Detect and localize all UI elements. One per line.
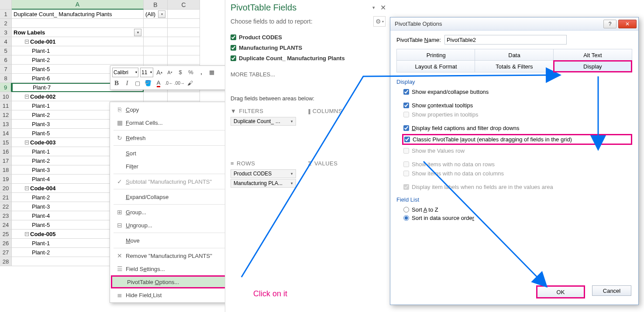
- row-header[interactable]: 28: [0, 257, 12, 266]
- field-checkbox[interactable]: [231, 45, 236, 51]
- cell-c[interactable]: [168, 28, 200, 37]
- increase-decimal-icon[interactable]: .00→: [175, 79, 184, 88]
- row-header[interactable]: 25: [0, 230, 12, 239]
- row-header[interactable]: 2: [0, 19, 12, 28]
- collapse-icon[interactable]: [25, 40, 29, 44]
- radio-sort-source[interactable]: [403, 215, 409, 221]
- row-header[interactable]: 8: [0, 74, 12, 83]
- row-header[interactable]: 9: [0, 83, 12, 92]
- font-name-select[interactable]: Calibri▾: [112, 68, 138, 77]
- row-header[interactable]: 16: [0, 147, 12, 156]
- field-row[interactable]: Duplicate Count_ Manufacturing Plants: [231, 53, 386, 63]
- menu-item[interactable]: Move▶: [111, 234, 234, 247]
- row-header[interactable]: 1: [0, 10, 12, 19]
- row-header[interactable]: 12: [0, 110, 12, 120]
- field-row[interactable]: Manufacturing PLANTS: [231, 42, 386, 53]
- row-header[interactable]: 17: [0, 156, 12, 165]
- field-row[interactable]: Product CODES: [231, 32, 386, 42]
- decrease-decimal-icon[interactable]: .0←: [165, 79, 173, 88]
- more-tables-link[interactable]: MORE TABLES...: [225, 63, 391, 78]
- pane-dropdown-icon[interactable]: ▾: [372, 5, 377, 10]
- menu-item[interactable]: ▦Format Cells...: [111, 116, 234, 129]
- cell-c[interactable]: [168, 37, 200, 46]
- menu-item[interactable]: Sort▶: [111, 147, 234, 160]
- col-header-a[interactable]: A: [12, 0, 144, 10]
- chevron-down-icon[interactable]: ▾: [291, 181, 293, 185]
- tab-printing[interactable]: Printing: [396, 49, 475, 61]
- menu-item[interactable]: PivotTable Options...: [111, 275, 234, 288]
- row-header[interactable]: 26: [0, 239, 12, 248]
- area-item[interactable]: Product CODES▾: [231, 169, 296, 178]
- increase-font-icon[interactable]: A▴: [155, 68, 164, 77]
- dialog-titlebar[interactable]: PivotTable Options ? ✕: [390, 17, 638, 31]
- cell-c[interactable]: [168, 92, 200, 101]
- field-checkbox[interactable]: [231, 55, 236, 61]
- row-header[interactable]: 19: [0, 175, 12, 184]
- cell-b[interactable]: [144, 37, 168, 46]
- row-header[interactable]: 13: [0, 120, 12, 129]
- accounting-format-icon[interactable]: $: [176, 68, 185, 77]
- row-header[interactable]: 5: [0, 46, 12, 55]
- menu-item[interactable]: ✓Subtotal "Manufacturing PLANTS": [111, 175, 234, 188]
- cell-a[interactable]: Row Labels▾: [12, 28, 144, 37]
- cell-a[interactable]: Code-001: [12, 37, 144, 46]
- cell-a[interactable]: [12, 19, 144, 28]
- cell-a[interactable]: Duplicate Count_ Manufacturing Plants: [12, 10, 144, 19]
- fill-color-button[interactable]: 🪣: [144, 79, 152, 88]
- collapse-icon[interactable]: [25, 95, 29, 99]
- chevron-down-icon[interactable]: ▾: [291, 119, 293, 123]
- pane-close-icon[interactable]: ✕: [380, 3, 386, 12]
- tab-layout-format[interactable]: Layout & Format: [396, 60, 475, 72]
- cell-c[interactable]: [168, 19, 200, 28]
- menu-item[interactable]: Filter▶: [111, 160, 234, 173]
- decrease-font-icon[interactable]: A▾: [165, 68, 174, 77]
- row-header[interactable]: 15: [0, 138, 12, 147]
- cell-a[interactable]: Plant-2: [12, 55, 144, 65]
- collapse-icon[interactable]: [25, 186, 29, 190]
- menu-item[interactable]: ⊟Ungroup...: [111, 219, 234, 232]
- row-header[interactable]: 3: [0, 28, 12, 37]
- cell-b[interactable]: [144, 28, 168, 37]
- cell-a[interactable]: Code-002: [12, 92, 144, 101]
- menu-item[interactable]: Expand/Collapse▶: [111, 190, 234, 203]
- menu-item[interactable]: ↻Refresh: [111, 131, 234, 144]
- cell-c[interactable]: [168, 10, 200, 19]
- menu-item[interactable]: ✕Remove "Manufacturing PLANTS": [111, 249, 234, 262]
- row-header[interactable]: 18: [0, 165, 12, 175]
- area-item[interactable]: Duplicate Count_ …▾: [231, 117, 296, 126]
- columns-area[interactable]: |||COLUMNS: [308, 106, 386, 158]
- row-header[interactable]: 23: [0, 211, 12, 220]
- select-all-corner[interactable]: [0, 0, 12, 10]
- row-header[interactable]: 21: [0, 193, 12, 202]
- tab-alttext[interactable]: Alt Text: [553, 49, 632, 61]
- cell-b[interactable]: (All)▾: [144, 10, 168, 19]
- rows-area[interactable]: ≡ROWS Product CODES▾Manufacturing PLA...…: [231, 158, 308, 211]
- percent-format-icon[interactable]: %: [186, 68, 195, 77]
- ok-button[interactable]: OK: [536, 285, 585, 298]
- cell-b[interactable]: [144, 19, 168, 28]
- filter-dropdown-icon[interactable]: ▾: [158, 10, 165, 18]
- row-header[interactable]: 14: [0, 129, 12, 138]
- menu-item[interactable]: ⊞Group...: [111, 206, 234, 219]
- collapse-icon[interactable]: [25, 141, 29, 144]
- menu-item[interactable]: ⎘Copy: [111, 103, 234, 116]
- row-header[interactable]: 6: [0, 55, 12, 65]
- font-size-select[interactable]: 11▾: [140, 68, 153, 77]
- font-color-button[interactable]: A: [154, 79, 163, 88]
- cancel-button[interactable]: Cancel: [592, 285, 631, 296]
- cell-c[interactable]: [168, 46, 200, 55]
- gear-icon[interactable]: ⚙▾: [373, 16, 386, 27]
- chevron-down-icon[interactable]: ▾: [291, 171, 293, 176]
- chk-contextual-tooltips[interactable]: [403, 103, 409, 108]
- row-header[interactable]: 10: [0, 92, 12, 101]
- row-header[interactable]: 22: [0, 202, 12, 211]
- row-header[interactable]: 11: [0, 101, 12, 110]
- menu-item[interactable]: ≣Hide Field List: [111, 288, 234, 302]
- format-menu-icon[interactable]: ▦: [207, 68, 216, 77]
- tab-data[interactable]: Data: [475, 49, 554, 61]
- border-button[interactable]: ▢: [133, 79, 142, 88]
- row-header[interactable]: 24: [0, 220, 12, 230]
- cell-b[interactable]: [144, 55, 168, 65]
- filter-dropdown-icon[interactable]: ▾: [134, 29, 141, 36]
- cell-b[interactable]: [144, 46, 168, 55]
